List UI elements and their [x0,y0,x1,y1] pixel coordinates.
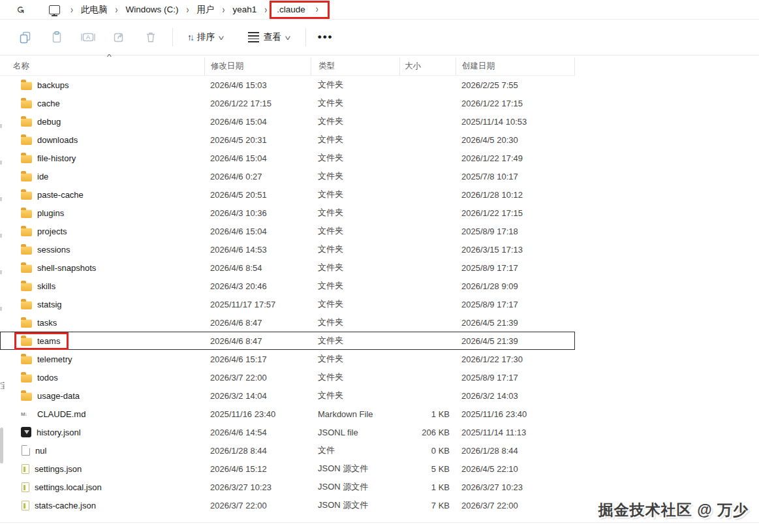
column-header-name[interactable]: 名称 [0,57,204,75]
file-type: JSON 源文件 [311,499,399,511]
chevron-right-icon: › [116,3,118,16]
file-type: 文件夹 [311,134,399,146]
table-row[interactable]: shell-snapshots 2026/4/6 8:54 文件夹 2025/8… [0,258,575,277]
date-modified: 2026/4/6 8:47 [204,318,311,328]
table-row[interactable]: debug 2026/4/6 15:04 文件夹 2025/11/14 10:5… [0,112,575,131]
file-name: cache [37,99,60,108]
rename-button[interactable]: A [78,27,98,47]
copy-button[interactable] [16,27,35,47]
status-bar-divider [0,522,759,523]
sort-button[interactable]: ↑↓ 排序 ˅ [179,26,231,48]
file-name: settings.json [35,464,82,474]
file-name: file-history [37,153,76,163]
file-type: JSON 源文件 [311,463,399,475]
table-row[interactable]: history.jsonl 2026/4/6 14:54 JSONL file … [0,423,575,441]
breadcrumb-yeah1[interactable]: yeah1 [233,5,257,14]
file-type: 文件 [311,445,399,456]
date-modified: 2026/4/3 10:36 [204,208,311,218]
delete-icon [144,31,157,44]
folder-icon [21,136,32,145]
folder-icon [21,283,32,291]
jsonl-icon [21,427,31,437]
file-type: 文件夹 [311,243,399,255]
date-modified: 2026/3/7 22:00 [204,501,311,510]
table-row[interactable]: backups 2026/4/6 15:03 文件夹 2026/2/25 7:5… [0,76,575,94]
table-row[interactable]: paste-cache 2026/4/5 20:51 文件夹 2026/1/28… [0,185,575,204]
file-list: backups 2026/4/6 15:03 文件夹 2026/2/25 7:5… [0,76,759,514]
nav-pane-scrollbar[interactable] [0,428,3,463]
date-modified: 2026/4/6 14:53 [204,245,311,255]
table-row[interactable]: teams 2026/4/6 8:47 文件夹 2026/4/5 21:39 [0,332,575,350]
this-pc-button[interactable] [46,2,63,18]
share-button[interactable] [110,27,129,47]
date-created: 2026/4/5 21:39 [456,336,575,346]
table-row[interactable]: plugins 2026/4/3 10:36 文件夹 2026/1/22 17:… [0,204,575,222]
breadcrumb-claude[interactable]: .claude [277,5,305,14]
file-type: JSONL file [311,428,399,437]
table-row[interactable]: statsig 2025/11/17 17:57 文件夹 2025/8/9 17… [0,295,575,313]
share-icon [113,31,126,44]
chevron-down-icon: ˅ [218,35,224,42]
chevron-right-icon: › [70,3,73,16]
date-modified: 2026/4/5 20:31 [204,135,311,145]
breadcrumb-this-pc[interactable]: 此电脑 [81,4,108,16]
column-header-row: ^ 名称 修改日期 类型 大小 创建日期 [0,57,575,76]
view-button[interactable]: 查看 ˅ [240,26,298,48]
table-row[interactable]: tasks 2026/4/6 8:47 文件夹 2026/4/5 21:39 [0,313,575,332]
markdown-icon [21,409,32,419]
rename-icon: A [81,31,95,44]
address-bar: ↻ › 此电脑 › Windows (C:) › 用户 › yeah1 › .c… [0,0,759,20]
table-row[interactable]: skills 2026/4/3 20:46 文件夹 2026/1/28 9:09 [0,277,575,295]
table-row[interactable]: sessions 2026/4/6 14:53 文件夹 2026/3/15 17… [0,240,575,258]
file-name: projects [37,227,67,236]
table-row[interactable]: cache 2026/1/22 17:15 文件夹 2026/1/22 17:1… [0,94,575,112]
table-row[interactable]: stats-cache.json 2026/3/7 22:00 JSON 源文件… [0,496,575,514]
folder-icon [21,246,32,255]
table-row[interactable]: todos 2026/3/7 22:00 文件夹 2025/8/9 17:17 [0,368,575,386]
table-row[interactable]: projects 2026/4/6 15:04 文件夹 2025/8/9 17:… [0,222,575,240]
command-toolbar: A ↑↓ 排序 ˅ 查看 ˅ ••• [0,20,759,55]
table-row[interactable]: telemetry 2026/4/6 15:17 文件夹 2026/1/22 1… [0,350,575,368]
date-created: 2025/11/14 10:53 [456,117,575,127]
table-row[interactable]: usage-data 2026/3/2 14:04 文件夹 2026/3/2 1… [0,386,575,405]
breadcrumb-drive-c[interactable]: Windows (C:) [126,5,179,14]
file-type: 文件夹 [311,207,399,219]
breadcrumb-users[interactable]: 用户 [197,4,215,16]
file-name: CLAUDE.md [37,409,85,419]
table-row[interactable]: settings.json 2026/4/6 15:12 JSON 源文件 5 … [0,460,575,478]
file-type: 文件夹 [311,262,399,274]
file-name: backups [37,80,69,90]
table-row[interactable]: file-history 2026/4/6 15:04 文件夹 2026/1/2… [0,149,575,167]
date-created: 2025/7/8 10:17 [456,172,575,181]
refresh-button[interactable]: ↻ [12,2,29,18]
file-type: JSON 源文件 [311,481,399,493]
view-list-icon [248,32,259,42]
date-created: 2025/11/14 11:13 [456,428,575,437]
date-created: 2026/4/5 22:10 [456,464,575,474]
paste-icon [50,31,63,44]
table-row[interactable]: nul 2026/1/28 8:44 文件 0 KB 2026/1/28 8:4… [0,441,575,460]
file-explorer-window: ↻ › 此电脑 › Windows (C:) › 用户 › yeah1 › .c… [0,0,759,532]
file-size: 0 KB [399,446,456,456]
toolbar-divider [305,28,306,46]
column-header-created[interactable]: 创建日期 [456,57,575,75]
table-row[interactable]: settings.local.json 2026/3/27 10:23 JSON… [0,478,575,496]
file-type: 文件夹 [311,298,399,310]
toolbar-divider [172,28,173,46]
column-header-type[interactable]: 类型 [311,57,399,75]
date-created: 2025/8/9 17:17 [456,373,575,383]
more-options-button[interactable]: ••• [313,31,339,44]
table-row[interactable]: downloads 2026/4/5 20:31 文件夹 2026/4/5 20… [0,131,575,149]
paste-button[interactable] [47,27,67,47]
clipped-sidebar-label: 宝 [0,381,5,389]
table-row[interactable]: CLAUDE.md 2025/11/16 23:40 Markdown File… [0,405,575,423]
date-modified: 2026/3/2 14:04 [204,391,311,401]
chevron-right-icon: › [187,3,189,16]
tree-chevron-icon [0,307,2,311]
date-created: 2026/4/5 21:39 [456,318,575,328]
table-row[interactable]: ide 2026/4/6 0:27 文件夹 2025/7/8 10:17 [0,167,575,185]
column-header-size[interactable]: 大小 [399,57,456,75]
column-header-modified[interactable]: 修改日期 [204,57,311,75]
delete-button[interactable] [141,27,161,47]
date-created: 2026/1/22 17:30 [456,354,575,364]
